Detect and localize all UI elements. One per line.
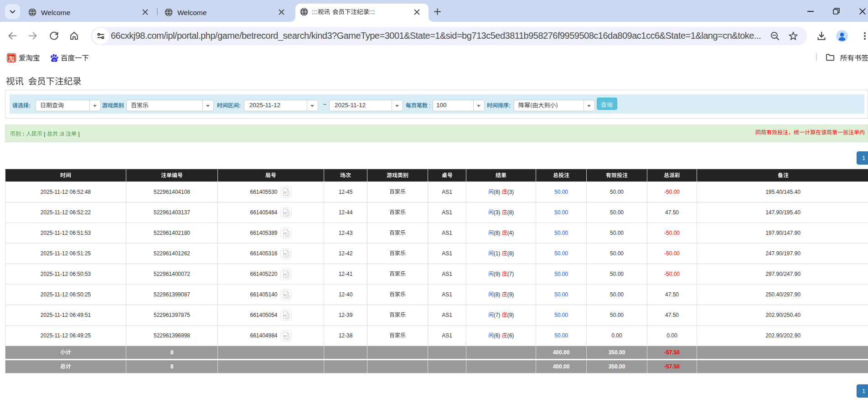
svg-text:du: du <box>53 58 56 61</box>
